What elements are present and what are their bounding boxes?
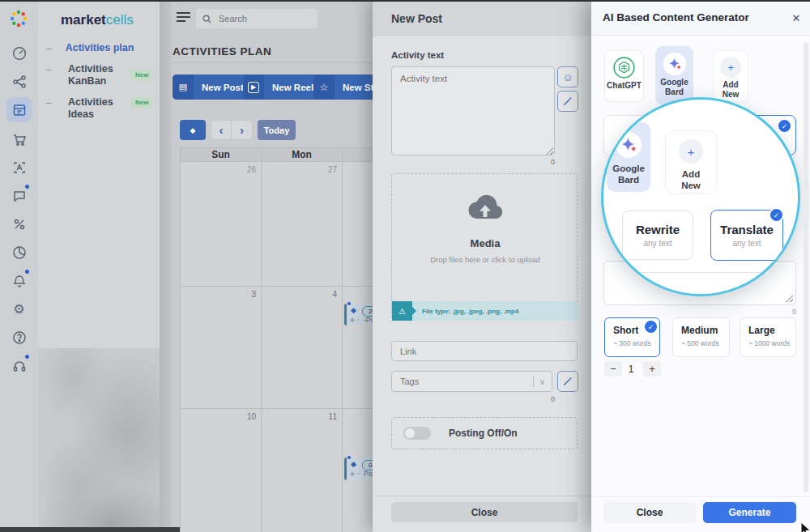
provider-label: Google Bard (607, 163, 650, 185)
ai-close-label: Close (637, 507, 663, 518)
file-type-text: File type: .jpg, .jpeg, .png, .mp4 (412, 301, 578, 321)
stepper-plus-button[interactable]: + (643, 361, 661, 377)
pie-chart-icon[interactable] (6, 240, 32, 265)
settings-icon[interactable]: ⚙ (6, 296, 32, 321)
status-square-icon: ▪ (357, 470, 359, 476)
hamburger-menu-icon[interactable] (177, 12, 190, 22)
play-icon: ▶ (248, 82, 259, 93)
warning-icon: ⚠ (399, 307, 406, 316)
calendar-cell[interactable]: 11 (262, 409, 343, 532)
note-icon: ▤ (179, 82, 187, 92)
share-icon[interactable] (6, 69, 32, 94)
generate-button[interactable]: Generate (703, 502, 796, 523)
ai-close-button[interactable]: Close (603, 502, 696, 523)
today-button[interactable]: Today (258, 120, 296, 140)
icon-strip: ⚙ (0, 0, 39, 532)
size-short-card[interactable]: ✓ Short ~ 300 words (604, 317, 660, 357)
wand-icon (562, 96, 573, 107)
resize-handle[interactable] (786, 295, 793, 302)
panel-scrollbar[interactable] (804, 42, 808, 492)
tags-input[interactable] (399, 376, 527, 387)
window-bottom-edge (0, 527, 180, 532)
chevron-left-icon: ‹ (220, 123, 224, 137)
posting-toggle-box: Posting Off/On (391, 417, 578, 449)
search-input[interactable] (217, 13, 309, 24)
diamond-icon: ◆ (351, 460, 356, 468)
filter-diamond-button[interactable]: ◆ (180, 120, 206, 140)
star-icon: ☆ (320, 82, 329, 93)
activity-text-input[interactable] (391, 66, 555, 155)
drawer-close-button[interactable]: Close (391, 502, 578, 522)
media-dropzone[interactable]: Media Drop files here or click to upload… (391, 173, 578, 321)
size-words: ~ 1000 words (748, 339, 795, 347)
ai-content-generator-panel: AI Based Content Generator ✕ ChatGPT Goo… (591, 0, 810, 532)
discount-icon[interactable] (6, 211, 32, 236)
dashboard-icon[interactable] (6, 40, 32, 66)
event-dot (347, 456, 351, 459)
calendar-cell[interactable]: 4 (262, 287, 343, 409)
app-logo-icon[interactable] (9, 9, 28, 28)
link-input[interactable] (391, 341, 578, 361)
search-box[interactable] (196, 9, 318, 28)
ai-panel-title: AI Based Content Generator (603, 11, 749, 23)
day-header-mon: Mon (262, 148, 343, 162)
translate-subtitle: any text (732, 239, 761, 248)
calendar-cell[interactable]: 10 (181, 409, 262, 532)
new-reel-button[interactable]: ▶ New Reel (243, 74, 322, 100)
rewrite-subtitle: any text (643, 239, 671, 248)
notifications-dot (25, 270, 29, 274)
wand-icon (562, 376, 573, 387)
provider-label: Google Bard (659, 78, 691, 97)
support-icon[interactable] (6, 325, 32, 350)
chat-notification-dot (25, 185, 29, 189)
magnifier-circle: Go Google Bard + Add New Rewrite any tex… (601, 97, 800, 296)
ai-select-count: 0 (707, 308, 796, 316)
tags-wand-button[interactable] (557, 371, 578, 392)
tags-select[interactable]: ∨ (391, 371, 552, 392)
size-words: ~ 500 words (681, 339, 729, 347)
provider-google-bard-card[interactable]: Google Bard (655, 46, 693, 105)
emoji-button[interactable]: ☺ (557, 66, 578, 87)
magnified-add-new-card[interactable]: + Add New (665, 130, 717, 194)
drawer-title: New Post (391, 12, 442, 25)
size-label: Large (748, 325, 795, 336)
media-scan-icon[interactable] (6, 155, 32, 180)
provider-chatgpt-card[interactable]: ChatGPT (604, 50, 644, 102)
tags-char-count: 0 (466, 395, 555, 403)
sidebar-item-label: Activities plan (66, 42, 134, 54)
audio-dot (25, 355, 29, 359)
posting-toggle[interactable] (403, 427, 431, 440)
magnified-rewrite-card[interactable]: Rewrite any text (622, 211, 693, 260)
add-new-icon: + (720, 57, 741, 78)
translate-title: Translate (720, 223, 774, 236)
size-medium-card[interactable]: Medium ~ 500 words (672, 317, 730, 357)
stepper-minus-button[interactable]: − (604, 361, 622, 377)
cart-icon[interactable] (6, 126, 32, 151)
ai-wand-button[interactable] (557, 91, 578, 112)
check-badge: ✓ (645, 321, 657, 333)
sidebar-item-activities-plan[interactable]: – Activities plan (46, 42, 134, 54)
close-icon[interactable]: ✕ (788, 10, 804, 26)
emoji-icon: ☺ (562, 71, 573, 83)
new-post-button[interactable]: ▤ New Post (173, 74, 252, 100)
search-icon (202, 15, 211, 23)
sidebar: marketcells – Activities plan – Activiti… (38, 0, 160, 532)
new-badge: New (131, 70, 152, 80)
ai-footer-divider (591, 496, 810, 497)
calendar-cell[interactable]: 3 (181, 287, 262, 409)
sidebar-item-label: Activities KanBan (68, 63, 126, 87)
planner-icon[interactable] (6, 97, 32, 122)
calendar-cell[interactable]: 27 (262, 162, 343, 287)
provider-add-new-card[interactable]: + Add New (713, 50, 748, 102)
next-button[interactable]: › (232, 120, 253, 140)
diamond-icon: ◆ (351, 306, 356, 314)
new-badge: New (131, 97, 152, 108)
magnified-translate-card[interactable]: ✓ Translate any text (710, 210, 783, 261)
prev-button[interactable]: ‹ (211, 120, 232, 140)
chevron-down-icon[interactable]: ∨ (539, 377, 545, 386)
size-large-card[interactable]: Large ~ 1000 words (740, 317, 796, 357)
ai-panel-header: AI Based Content Generator ✕ (591, 0, 810, 36)
brand-logo[interactable]: marketcells (61, 12, 134, 28)
media-hint: Drop files here or click to upload (392, 255, 578, 264)
calendar-cell[interactable]: 26 (181, 162, 262, 287)
